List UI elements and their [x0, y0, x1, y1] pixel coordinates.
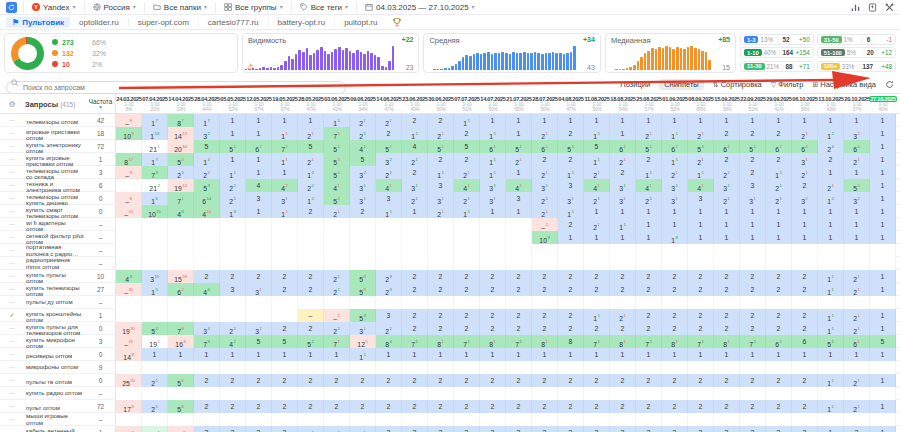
position-cell[interactable] [584, 244, 610, 257]
position-cell[interactable] [688, 387, 714, 400]
date-column-header[interactable]: 13.10.20251-1043% [818, 94, 844, 114]
position-cell[interactable]: 2 [844, 426, 870, 432]
query-cell[interactable]: радиоприемник ritmix оптом [24, 257, 86, 270]
position-cell[interactable] [480, 296, 506, 309]
position-cell[interactable] [376, 257, 402, 270]
position-cell[interactable] [844, 257, 870, 270]
position-cell[interactable] [272, 296, 298, 309]
position-cell[interactable] [818, 244, 844, 257]
position-cell[interactable] [116, 296, 142, 309]
position-cell[interactable] [324, 387, 350, 400]
position-cell[interactable] [116, 244, 142, 257]
position-cell[interactable] [610, 244, 636, 257]
position-cell[interactable] [506, 387, 532, 400]
position-cell[interactable] [324, 296, 350, 309]
position-cell[interactable]: 2 [376, 426, 402, 432]
position-cell[interactable]: 2 [532, 426, 558, 432]
queries-column-header[interactable]: Запросы (415) [24, 100, 86, 109]
position-cell[interactable] [194, 257, 220, 270]
groups-dropdown[interactable]: Все группы ▾ [215, 2, 291, 13]
position-cell[interactable] [870, 361, 896, 374]
position-cell[interactable] [428, 413, 454, 426]
position-cell[interactable] [636, 361, 662, 374]
position-cell[interactable] [168, 387, 194, 400]
position-cell[interactable] [532, 387, 558, 400]
position-cell[interactable] [636, 257, 662, 270]
date-column-header[interactable]: 28.05.20251-1047% [298, 94, 324, 114]
position-cell[interactable] [324, 244, 350, 257]
tools-button[interactable] [885, 3, 894, 12]
position-cell[interactable] [792, 244, 818, 257]
position-cell[interactable] [532, 413, 558, 426]
row-drag-handle[interactable]: — [0, 387, 24, 400]
date-column-header[interactable]: 28.04.20251-1044% [194, 94, 220, 114]
position-cell[interactable] [662, 244, 688, 257]
position-cell[interactable] [402, 257, 428, 270]
position-cell[interactable] [480, 387, 506, 400]
position-cell[interactable] [714, 361, 740, 374]
position-cell[interactable] [662, 413, 688, 426]
position-cell[interactable]: 2 [740, 426, 766, 432]
active-project-tab[interactable]: ⚑ Пультовик [6, 17, 70, 28]
snippets-tab[interactable]: Сниппеты [659, 79, 704, 90]
position-cell[interactable] [116, 361, 142, 374]
position-cell[interactable] [142, 296, 168, 309]
position-cell[interactable] [402, 387, 428, 400]
row-drag-handle[interactable]: — [0, 426, 24, 432]
position-cell[interactable] [740, 296, 766, 309]
position-cell[interactable] [844, 387, 870, 400]
position-cell[interactable] [688, 244, 714, 257]
position-cell[interactable] [402, 361, 428, 374]
position-cell[interactable] [428, 257, 454, 270]
date-column-header[interactable]: 22.09.20251-1051% [740, 94, 766, 114]
date-column-header[interactable]: 07.04.20251-1020% [142, 94, 168, 114]
position-cell[interactable] [610, 413, 636, 426]
position-cell[interactable] [714, 413, 740, 426]
position-cell[interactable] [844, 413, 870, 426]
position-cell[interactable] [194, 296, 220, 309]
position-cell[interactable] [740, 361, 766, 374]
position-cell[interactable] [740, 244, 766, 257]
position-cell[interactable] [844, 244, 870, 257]
position-cell[interactable] [350, 296, 376, 309]
row-drag-handle[interactable]: — [0, 257, 24, 270]
position-cell[interactable] [168, 361, 194, 374]
date-column-header[interactable]: 14.07.20251-1050% [480, 94, 506, 114]
position-cell[interactable] [662, 296, 688, 309]
date-column-header[interactable]: 06.10.20251-1036% [792, 94, 818, 114]
position-cell[interactable] [610, 257, 636, 270]
position-cell[interactable] [220, 244, 246, 257]
date-column-header[interactable]: 03.06.20251-1041% [324, 94, 350, 114]
position-cell[interactable] [870, 296, 896, 309]
position-cell[interactable] [246, 387, 272, 400]
position-cell[interactable] [298, 296, 324, 309]
date-column-header[interactable]: 07.07.20251-1051% [454, 94, 480, 114]
position-cell[interactable] [558, 296, 584, 309]
position-cell[interactable] [766, 387, 792, 400]
position-cell[interactable] [402, 296, 428, 309]
position-cell[interactable]: 2 [428, 426, 454, 432]
date-column-header[interactable]: 21.07.20251-1055% [506, 94, 532, 114]
position-cell[interactable] [246, 413, 272, 426]
position-cell[interactable]: 2 [688, 426, 714, 432]
position-cell[interactable] [532, 257, 558, 270]
position-cell[interactable]: 2 [480, 426, 506, 432]
date-column-header[interactable]: 01.09.20251-1052% [662, 94, 688, 114]
date-column-header[interactable]: 25.08.20251-1057% [636, 94, 662, 114]
date-column-header[interactable]: 24.03.20251-108% [116, 94, 142, 114]
position-cell[interactable] [506, 361, 532, 374]
position-cell[interactable] [350, 244, 376, 257]
position-cell[interactable] [350, 413, 376, 426]
position-cell[interactable] [428, 296, 454, 309]
position-cell[interactable] [428, 361, 454, 374]
site-tab[interactable]: pultopt.ru [334, 18, 386, 27]
position-cell[interactable] [870, 387, 896, 400]
position-cell[interactable] [220, 413, 246, 426]
positions-tab[interactable]: Позиции [620, 80, 650, 89]
position-cell[interactable]: 2 [402, 426, 428, 432]
position-cell[interactable] [376, 387, 402, 400]
position-cell[interactable] [818, 361, 844, 374]
position-cell[interactable] [766, 244, 792, 257]
position-cell[interactable] [818, 413, 844, 426]
position-cell[interactable] [740, 387, 766, 400]
